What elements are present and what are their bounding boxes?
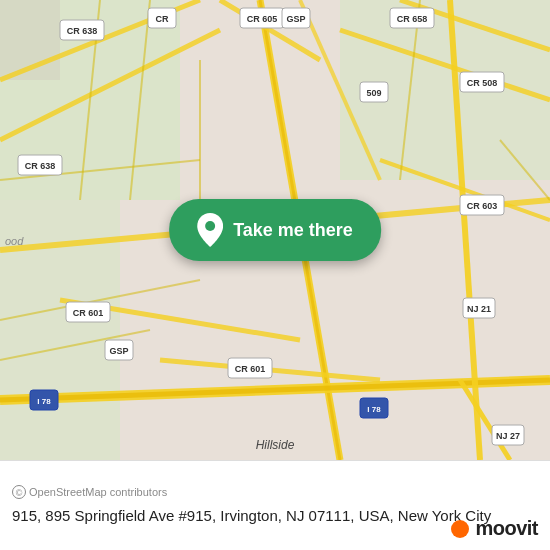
svg-text:CR 601: CR 601	[235, 364, 266, 374]
map-container: CR 638 CR 638 CR 605 CR 658 GSP GSP 509 …	[0, 0, 550, 460]
svg-text:CR 638: CR 638	[67, 26, 98, 36]
svg-text:I 78: I 78	[367, 405, 381, 414]
copyright-symbol: ©	[12, 485, 26, 499]
svg-point-62	[205, 221, 215, 231]
svg-text:GSP: GSP	[109, 346, 128, 356]
svg-text:GSP: GSP	[286, 14, 305, 24]
openstreetmap-credit: OpenStreetMap contributors	[29, 486, 167, 498]
svg-text:NJ 21: NJ 21	[467, 304, 491, 314]
svg-text:CR 508: CR 508	[467, 78, 498, 88]
location-pin-icon	[197, 213, 223, 247]
svg-text:I 78: I 78	[37, 397, 51, 406]
button-label: Take me there	[233, 220, 353, 241]
svg-text:CR 601: CR 601	[73, 308, 104, 318]
moovit-brand-text: moovit	[475, 517, 538, 540]
svg-text:CR: CR	[156, 14, 169, 24]
svg-text:CR 638: CR 638	[25, 161, 56, 171]
take-me-there-button[interactable]: Take me there	[169, 199, 381, 261]
moovit-logo: moovit	[451, 517, 538, 540]
svg-text:509: 509	[366, 88, 381, 98]
svg-text:CR 603: CR 603	[467, 201, 498, 211]
svg-text:CR 605: CR 605	[247, 14, 278, 24]
svg-text:CR 658: CR 658	[397, 14, 428, 24]
attribution-row: © OpenStreetMap contributors	[12, 485, 538, 499]
footer: © OpenStreetMap contributors 915, 895 Sp…	[0, 460, 550, 550]
moovit-dot-icon	[451, 520, 469, 538]
svg-text:ood: ood	[5, 235, 24, 247]
button-overlay: Take me there	[169, 199, 381, 261]
svg-text:NJ 27: NJ 27	[496, 431, 520, 441]
